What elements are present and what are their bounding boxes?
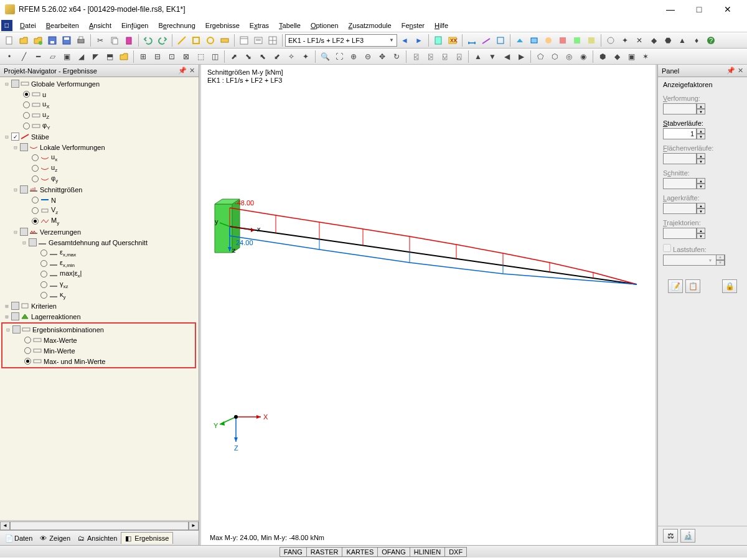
checkbox[interactable]	[29, 238, 37, 246]
status-dxf[interactable]: DXF	[444, 547, 467, 557]
status-hlinien[interactable]: HLINIEN	[410, 547, 445, 557]
grid-icon[interactable]	[266, 34, 280, 47]
radio[interactable]	[40, 292, 47, 299]
panel-close-icon[interactable]: ✕	[738, 67, 743, 75]
pin-icon[interactable]: 📌	[178, 67, 187, 75]
loadcase-combo[interactable]: EK1 - LF1/s + LF2 + LF3▼	[285, 34, 397, 47]
menu-tabelle[interactable]: Tabelle	[274, 20, 306, 31]
t2-g-icon[interactable]: ⊠	[179, 50, 193, 63]
render-a-icon[interactable]	[513, 34, 527, 47]
menu-fenster[interactable]: Fenster	[397, 20, 430, 31]
misc-a-icon[interactable]: ⬢	[596, 50, 609, 63]
viewport-3d[interactable]: Schnittgrößen M-y [kNm] EK1 : LF1/s + LF…	[199, 65, 657, 545]
t2-m-icon[interactable]: ⬋	[270, 50, 284, 63]
menu-einfuegen[interactable]: Einfügen	[116, 20, 153, 31]
render-d-icon[interactable]	[556, 34, 570, 47]
measure-c-icon[interactable]	[494, 34, 507, 47]
radio[interactable]	[40, 250, 47, 256]
nav-close-icon[interactable]: ✕	[189, 67, 195, 75]
radio[interactable]	[24, 347, 31, 354]
t2-l-icon[interactable]: ⬉	[256, 50, 270, 63]
scale-button[interactable]: ⚖	[663, 529, 678, 543]
render-f-icon[interactable]	[585, 34, 598, 47]
copy-button[interactable]: 📋	[685, 279, 700, 293]
tool-x5-icon[interactable]: ⬣	[661, 34, 675, 47]
view-b-icon[interactable]: ▼	[486, 50, 499, 63]
menu-datei[interactable]: Datei	[15, 20, 41, 31]
tool-b-icon[interactable]	[189, 34, 203, 47]
tab-ergebnisse[interactable]: ◧Ergebnisse	[121, 532, 173, 544]
close-button[interactable]: ✕	[713, 0, 742, 19]
view-c-icon[interactable]: ◀	[500, 50, 514, 63]
microscope-button[interactable]: 🔬	[680, 529, 695, 543]
tool-c-icon[interactable]	[204, 34, 217, 47]
spin-up-icon[interactable]: ▲	[697, 178, 705, 184]
tool-x2-icon[interactable]: ✦	[618, 34, 632, 47]
laststufen-combo[interactable]: ▾▲▼	[663, 254, 725, 266]
menu-berechnung[interactable]: Berechnung	[153, 20, 200, 31]
proj-c-icon[interactable]: ◎	[562, 50, 576, 63]
pan-icon[interactable]: ✥	[375, 50, 389, 63]
scroll-right-icon[interactable]: ►	[189, 521, 199, 530]
save-as-icon[interactable]	[60, 34, 73, 47]
zoom-fit-icon[interactable]: ⛶	[332, 50, 346, 63]
traj-input[interactable]	[663, 228, 697, 239]
flaechen-input[interactable]	[663, 153, 697, 164]
t2-k-icon[interactable]: ⬊	[242, 50, 255, 63]
t2-b-icon[interactable]: ◤	[88, 50, 102, 63]
t2-d-icon[interactable]: ⊞	[136, 50, 150, 63]
menu-bearbeiten[interactable]: Bearbeiten	[41, 20, 84, 31]
t2-c-icon[interactable]: ⬒	[103, 50, 116, 63]
render-c-icon[interactable]	[542, 34, 555, 47]
menu-optionen[interactable]: Optionen	[306, 20, 344, 31]
view-d-icon[interactable]: ▶	[514, 50, 528, 63]
schnitte-input[interactable]	[663, 178, 697, 189]
lager-input[interactable]	[663, 203, 697, 214]
view-a-icon[interactable]: ▲	[471, 50, 485, 63]
navigator-tree[interactable]: ⊟Globale Verformungen u uX uZ φY ⊟Stäbe …	[0, 77, 199, 520]
radio[interactable]	[40, 281, 47, 288]
checkbox[interactable]	[11, 302, 19, 310]
menu-hilfe[interactable]: Hilfe	[430, 20, 453, 31]
zoom-out-icon[interactable]: ⊖	[361, 50, 375, 63]
checkbox[interactable]	[12, 325, 21, 334]
measure-b-icon[interactable]	[479, 34, 493, 47]
radio[interactable]	[40, 271, 47, 278]
zoom-window-icon[interactable]: 🔍	[318, 50, 332, 63]
misc-d-icon[interactable]: ✶	[639, 50, 652, 63]
open-icon[interactable]	[17, 34, 31, 47]
lock-button[interactable]: 🔒	[722, 279, 737, 293]
spin-down-icon[interactable]: ▼	[697, 159, 705, 164]
new-icon[interactable]	[2, 34, 16, 47]
status-ofang[interactable]: OFANG	[377, 547, 410, 557]
solid-icon[interactable]: ▣	[60, 50, 73, 63]
open-alt-icon[interactable]	[31, 34, 45, 47]
filter-a-icon[interactable]: ⍃	[409, 50, 423, 63]
navigator-scrollbar[interactable]: ◄ ►	[0, 520, 199, 530]
pin-icon[interactable]: 📌	[726, 67, 735, 75]
menu-ansicht[interactable]: Ansicht	[84, 20, 116, 31]
tree-collapse-icon[interactable]: ⊟	[2, 81, 11, 87]
tree-collapse-icon[interactable]: ⊟	[11, 229, 20, 235]
radio[interactable]	[23, 101, 30, 108]
cut-icon[interactable]: ✂	[93, 34, 107, 47]
radio[interactable]	[32, 165, 39, 172]
checkbox[interactable]	[20, 185, 28, 194]
spin-down-icon[interactable]: ▼	[697, 134, 705, 139]
spin-up-icon[interactable]: ▲	[697, 228, 705, 233]
t2-a-icon[interactable]: ◢	[74, 50, 88, 63]
filter-d-icon[interactable]: ⍓	[452, 50, 466, 63]
t2-j-icon[interactable]: ⬈	[227, 50, 241, 63]
tree-collapse-icon[interactable]: ⊟	[11, 187, 20, 193]
radio[interactable]	[23, 91, 30, 98]
radio[interactable]	[32, 154, 39, 161]
render-e-icon[interactable]	[570, 34, 584, 47]
spin-down-icon[interactable]: ▼	[697, 208, 705, 214]
undo-icon[interactable]	[141, 34, 155, 47]
line-icon[interactable]: ╱	[17, 50, 31, 63]
copy-icon[interactable]	[108, 34, 121, 47]
list-icon[interactable]	[251, 34, 265, 47]
rotate-icon[interactable]: ↻	[390, 50, 403, 63]
tool-x1-icon[interactable]	[604, 34, 618, 47]
proj-a-icon[interactable]: ⬠	[533, 50, 547, 63]
